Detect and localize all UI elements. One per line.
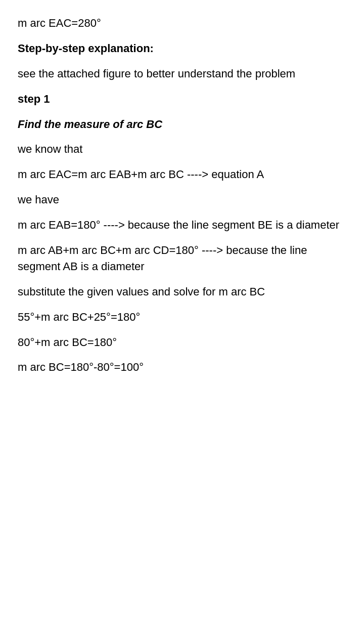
- arc-eac-title: m arc EAC=280°: [18, 15, 346, 31]
- arc-sum-text: m arc AB+m arc BC+m arc CD=180° ----> be…: [18, 242, 346, 275]
- substitute-text: substitute the given values and solve fo…: [18, 284, 346, 300]
- equation-1: 55°+m arc BC+25°=180°: [18, 309, 346, 325]
- intro-text: see the attached figure to better unders…: [18, 66, 346, 82]
- equation-3: m arc BC=180°-80°=100°: [18, 359, 346, 375]
- equation-2: 80°+m arc BC=180°: [18, 334, 346, 351]
- we-have-text: we have: [18, 192, 346, 208]
- step-by-step-heading: Step-by-step explanation:: [18, 40, 346, 57]
- find-measure-heading: Find the measure of arc BC: [18, 116, 346, 133]
- eab-180-text: m arc EAB=180° ----> because the line se…: [18, 217, 346, 233]
- equation-a-text: m arc EAC=m arc EAB+m arc BC ----> equat…: [18, 166, 346, 183]
- we-know-that-text: we know that: [18, 141, 346, 157]
- step1-label: step 1: [18, 91, 346, 107]
